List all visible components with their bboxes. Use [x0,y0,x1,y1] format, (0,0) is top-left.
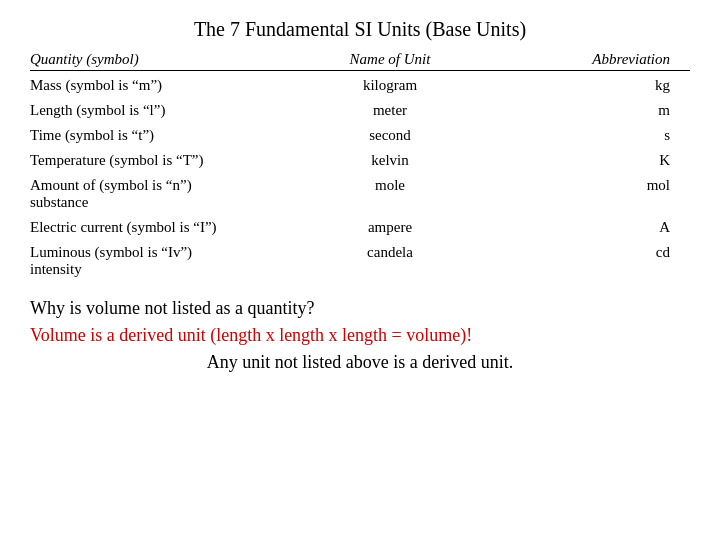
name-length: meter [290,102,490,119]
abbr-mass: kg [490,77,670,94]
name-temp: kelvin [290,152,490,169]
abbr-amount: mol [490,177,670,211]
name-luminous: candela [290,244,490,278]
header-name: Name of Unit [290,51,490,68]
qty-luminous-line2: intensity [30,261,290,278]
volume-question: Why is volume not listed as a quantity? [30,298,690,319]
table-row: Length (symbol is “l”) meter m [30,98,690,123]
name-time: second [290,127,490,144]
header-abbr: Abbreviation [490,51,670,68]
qty-amount-line1: Amount of (symbol is “n”) [30,177,290,194]
bottom-section: Why is volume not listed as a quantity? … [30,298,690,373]
name-amount: mole [290,177,490,211]
qty-electric: Electric current (symbol is “I”) [30,219,290,236]
table-row: Amount of (symbol is “n”) substance mole… [30,173,690,215]
table-header: Quantity (symbol) Name of Unit Abbreviat… [30,51,690,71]
qty-length: Length (symbol is “l”) [30,102,290,119]
qty-mass: Mass (symbol is “m”) [30,77,290,94]
abbr-temp: K [490,152,670,169]
abbr-time: s [490,127,670,144]
table-row: Time (symbol is “t”) second s [30,123,690,148]
qty-amount-line2: substance [30,194,290,211]
table-row: Temperature (symbol is “T”) kelvin K [30,148,690,173]
si-table: Quantity (symbol) Name of Unit Abbreviat… [30,51,690,282]
qty-time: Time (symbol is “t”) [30,127,290,144]
name-mass: kilogram [290,77,490,94]
volume-answer: Volume is a derived unit (length x lengt… [30,325,690,346]
abbr-length: m [490,102,670,119]
table-row: Luminous (symbol is “Iv”) intensity cand… [30,240,690,282]
qty-temp: Temperature (symbol is “T”) [30,152,290,169]
name-electric: ampere [290,219,490,236]
table-row: Electric current (symbol is “I”) ampere … [30,215,690,240]
derived-statement: Any unit not listed above is a derived u… [30,352,690,373]
qty-luminous: Luminous (symbol is “Iv”) intensity [30,244,290,278]
abbr-luminous: cd [490,244,670,278]
table-row: Mass (symbol is “m”) kilogram kg [30,73,690,98]
qty-luminous-line1: Luminous (symbol is “Iv”) [30,244,290,261]
page: The 7 Fundamental SI Units (Base Units) … [0,0,720,540]
main-title: The 7 Fundamental SI Units (Base Units) [194,18,526,41]
qty-amount: Amount of (symbol is “n”) substance [30,177,290,211]
abbr-electric: A [490,219,670,236]
header-quantity: Quantity (symbol) [30,51,290,68]
